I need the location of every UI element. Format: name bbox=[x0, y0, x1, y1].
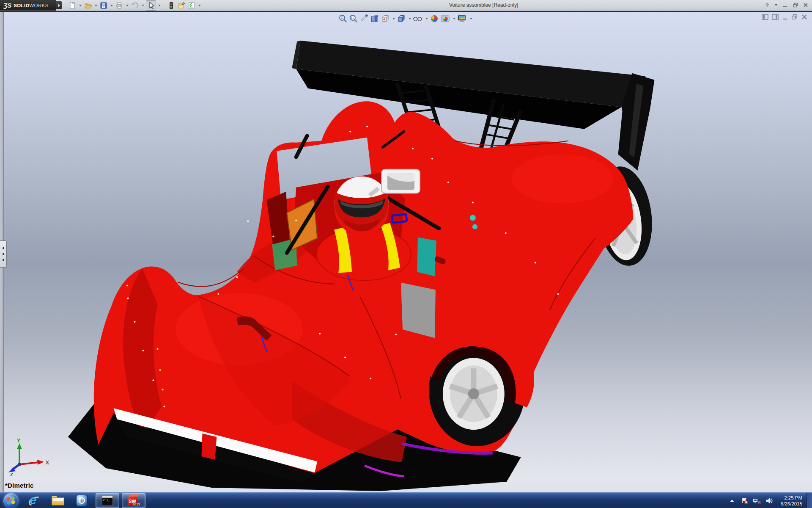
undo-button[interactable] bbox=[130, 1, 140, 10]
gray-sill-panel bbox=[401, 282, 436, 338]
restore-icon bbox=[793, 2, 798, 8]
new-dropdown-caret[interactable] bbox=[79, 5, 82, 6]
save-button[interactable] bbox=[99, 1, 108, 10]
open-dropdown-caret[interactable] bbox=[95, 5, 97, 6]
system-tray: 2:25 PM 6/26/2015 bbox=[730, 493, 812, 508]
view-settings-button[interactable] bbox=[457, 14, 467, 23]
window-title: Voiture assomblee [Read-only] bbox=[449, 2, 518, 8]
chevron-left-icon bbox=[2, 258, 4, 262]
save-dropdown-caret[interactable] bbox=[110, 5, 113, 6]
zoom-to-area-button[interactable] bbox=[349, 14, 358, 23]
taskbar-items: e C:\_ SW 2015 bbox=[25, 493, 148, 508]
new-document-button[interactable] bbox=[68, 1, 77, 10]
print-dropdown-caret[interactable] bbox=[126, 5, 129, 6]
zoom-to-area-icon bbox=[349, 14, 358, 23]
title-bar: ƷS SOLIDWORKS bbox=[0, 0, 812, 11]
appearance-ball-icon bbox=[430, 14, 439, 23]
teal-dot bbox=[470, 215, 476, 221]
solidworks-3s-icon: ƷS bbox=[3, 2, 11, 9]
internet-explorer-icon: e bbox=[28, 495, 40, 507]
apply-scene-caret[interactable] bbox=[453, 18, 455, 19]
triad-x-label: X bbox=[46, 460, 49, 466]
chevron-left-icon bbox=[2, 252, 4, 256]
minimize-icon bbox=[782, 2, 788, 8]
help-button[interactable]: ? bbox=[763, 1, 771, 9]
splitter-pylon bbox=[201, 433, 217, 460]
command-prompt-icon: C:\_ bbox=[102, 496, 113, 506]
feature-manager-expand-tab[interactable] bbox=[0, 240, 7, 268]
select-dropdown-caret[interactable] bbox=[158, 5, 161, 6]
hide-show-items-caret[interactable] bbox=[425, 18, 428, 19]
view-orientation-cube-icon bbox=[381, 14, 390, 23]
minimize-document-icon[interactable] bbox=[782, 14, 788, 20]
pane-left-icon[interactable] bbox=[762, 14, 769, 20]
menu-expander-button[interactable] bbox=[56, 1, 62, 9]
zoom-to-fit-button[interactable] bbox=[338, 14, 348, 23]
taskbar-item-windows-explorer[interactable] bbox=[48, 494, 68, 508]
network-status-icon[interactable] bbox=[753, 497, 761, 505]
start-button[interactable] bbox=[3, 493, 19, 508]
display-style-button[interactable] bbox=[397, 14, 406, 23]
edit-appearance-button[interactable] bbox=[430, 14, 439, 23]
minimize-button[interactable] bbox=[782, 1, 789, 9]
select-tool-button[interactable] bbox=[146, 0, 156, 11]
teal-dot bbox=[472, 224, 477, 229]
close-button[interactable] bbox=[802, 1, 809, 9]
glasses-icon bbox=[413, 14, 423, 23]
options-button[interactable] bbox=[187, 1, 196, 10]
zoom-to-fit-icon bbox=[338, 14, 348, 23]
checklist-icon bbox=[187, 1, 196, 10]
apply-scene-icon bbox=[440, 14, 450, 23]
section-tool-button[interactable] bbox=[359, 14, 369, 23]
section-view-button[interactable] bbox=[370, 14, 379, 23]
chevron-left-icon bbox=[2, 246, 4, 250]
view-orientation-label: *Dimetric bbox=[5, 482, 34, 489]
view-settings-caret[interactable] bbox=[470, 18, 472, 19]
taskbar-item-command-prompt[interactable]: C:\_ bbox=[96, 493, 119, 508]
main-toolbar bbox=[68, 0, 203, 10]
action-center-flag-icon[interactable] bbox=[741, 497, 749, 505]
pane-right-icon[interactable] bbox=[772, 14, 779, 20]
view-orientation-caret[interactable] bbox=[392, 18, 395, 19]
open-folder-icon bbox=[84, 1, 92, 10]
help-dropdown-caret[interactable] bbox=[775, 4, 777, 6]
taskbar-item-solidworks[interactable]: SW 2015 bbox=[122, 493, 145, 508]
apply-scene-button[interactable] bbox=[440, 14, 450, 23]
taskbar-item-media-player[interactable] bbox=[72, 494, 91, 508]
clock-date: 6/26/2015 bbox=[781, 501, 802, 507]
print-button[interactable] bbox=[115, 1, 124, 10]
section-view-icon bbox=[370, 14, 379, 23]
taskbar-item-internet-explorer[interactable]: e bbox=[25, 494, 44, 508]
view-settings-icon bbox=[457, 14, 467, 23]
solidworks-logo[interactable]: ƷS SOLIDWORKS bbox=[0, 0, 56, 11]
rebuild-button[interactable] bbox=[167, 1, 176, 10]
undo-dropdown-caret[interactable] bbox=[142, 5, 144, 6]
restore-button[interactable] bbox=[792, 1, 799, 9]
open-document-button[interactable] bbox=[83, 1, 93, 10]
stoplight-icon bbox=[167, 1, 176, 10]
display-style-caret[interactable] bbox=[409, 18, 411, 19]
show-hidden-icons-button[interactable] bbox=[730, 500, 734, 502]
clock-time: 2:25 PM bbox=[784, 495, 802, 501]
taskbar-clock[interactable]: 2:25 PM 6/26/2015 bbox=[781, 495, 802, 507]
graphics-viewport[interactable]: Y X Z *Dimetric bbox=[0, 11, 812, 492]
brand-works: WORKS bbox=[29, 3, 48, 8]
hide-show-items-button[interactable] bbox=[413, 14, 423, 23]
solidworks-2015-icon: SW 2015 bbox=[127, 494, 140, 507]
view-orientation-button[interactable] bbox=[381, 14, 390, 23]
display-style-cube-icon bbox=[397, 14, 406, 23]
show-desktop-button[interactable] bbox=[807, 493, 812, 508]
solidworks-application-window: ƷS SOLIDWORKS bbox=[0, 0, 812, 508]
document-window-controls bbox=[762, 14, 808, 20]
helmet bbox=[335, 177, 389, 236]
chevron-right-icon bbox=[58, 4, 60, 7]
teal-panel bbox=[417, 237, 436, 276]
file-properties-button[interactable] bbox=[177, 1, 186, 10]
undo-arrow-icon bbox=[131, 1, 139, 10]
options-dropdown-caret[interactable] bbox=[198, 5, 201, 6]
save-floppy-icon bbox=[99, 1, 108, 10]
volume-icon[interactable] bbox=[765, 497, 773, 505]
printer-icon bbox=[115, 1, 123, 10]
close-document-icon[interactable] bbox=[801, 14, 808, 20]
restore-document-icon[interactable] bbox=[791, 14, 798, 20]
